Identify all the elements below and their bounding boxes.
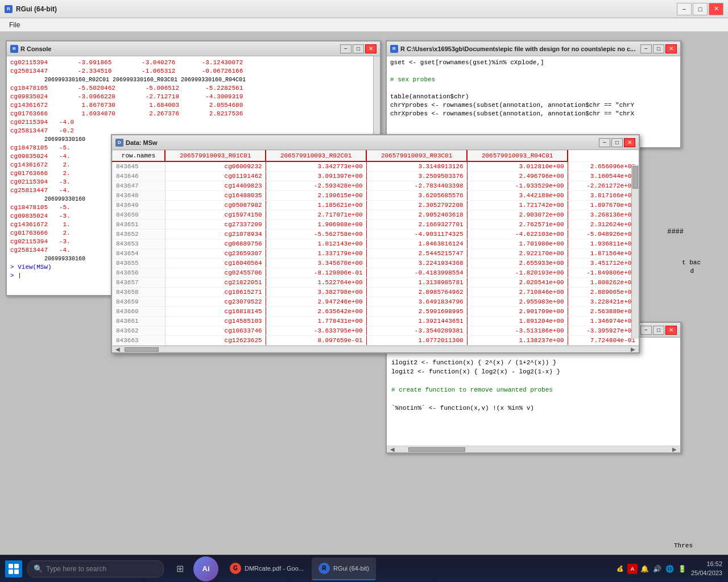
cell-c2: -3.3540289381 xyxy=(366,326,467,336)
table-row: 843651 cg27337209 1.906988e+00 2.1669327… xyxy=(113,220,639,230)
taskbar-search[interactable]: 🔍 Type here to search xyxy=(27,560,164,577)
script-top-minimize[interactable]: − xyxy=(640,44,652,53)
col-r04c01: 206579910093_R04C01 xyxy=(467,151,568,162)
cell-rownum: 843654 xyxy=(113,249,166,259)
titlebar-text: RGui (64-bit) xyxy=(16,5,57,13)
cell-c3: 1.721742e+00 xyxy=(467,201,568,210)
data-window-title-text: Data: MSw xyxy=(126,139,158,146)
taskbar-app-dmrcate[interactable]: G DMRcate.pdf - Goo... xyxy=(223,558,311,580)
console-close[interactable]: ✕ xyxy=(365,44,377,53)
tray-adobe[interactable]: A xyxy=(627,564,638,574)
hscroll-label: ◀ xyxy=(113,346,122,352)
start-button[interactable] xyxy=(0,555,27,583)
script-top-close[interactable]: ✕ xyxy=(665,44,677,53)
cell-rownum: 843655 xyxy=(113,259,166,268)
code-line: logit2 <- function(x) { log2(x) - log2(1… xyxy=(391,367,676,376)
script-top-title-text: R C:\Users\x16953gb\Documents\epic file … xyxy=(400,45,635,52)
cell-c1: -8.129806e-01 xyxy=(266,268,366,278)
tray-network[interactable]: 🌐 xyxy=(665,564,675,574)
cell-c3: 1.891204e+00 xyxy=(467,317,568,326)
data-window-titlebar: D Data: MSw − □ ✕ xyxy=(112,135,639,150)
ai-button[interactable]: Ai xyxy=(193,556,218,581)
cell-c2: 3.3148913126 xyxy=(366,161,467,172)
cell-name: cg16488035 xyxy=(165,191,266,201)
cell-c4: 1.936811e+00 xyxy=(568,239,639,249)
cell-rownum: 843648 xyxy=(113,191,166,201)
app-label-rgui: RGui (64-bit) xyxy=(333,565,369,572)
table-row: 843647 cg14409823 -2.593428e+00 -2.78344… xyxy=(113,181,639,191)
code-line: chrYprobes <- rownames(subset(annotation… xyxy=(390,101,677,110)
cell-c3: 2.955983e+00 xyxy=(467,297,568,307)
script-top-title: R R C:\Users\x16953gb\Documents\epic fil… xyxy=(390,45,635,53)
cell-name: cg10633746 xyxy=(165,326,266,336)
data-maximize[interactable]: □ xyxy=(611,138,623,147)
cell-c1: 2.947246e+00 xyxy=(266,297,366,307)
data-vscrollbar[interactable] xyxy=(631,165,639,339)
taskbar: 🔍 Type here to search ⊞ Ai G DMRcate.pdf… xyxy=(0,555,728,582)
minimize-button[interactable]: − xyxy=(677,3,692,15)
data-window-icon: D xyxy=(115,139,123,147)
table-row: 843660 cg16818145 2.635642e+00 2.5991698… xyxy=(113,307,639,317)
cell-c2: -2.7834403398 xyxy=(366,181,467,191)
data-vscrollbar-thumb[interactable] xyxy=(632,166,638,189)
cell-c2: 2.5445215747 xyxy=(366,249,467,259)
table-row: 843655 cg16040564 3.345670e+00 3.2241934… xyxy=(113,259,639,268)
cell-c3: -1.820193e+00 xyxy=(467,268,568,278)
table-row: 843662 cg10633746 -3.633795e+00 -3.35402… xyxy=(113,326,639,336)
cell-rownum: 843647 xyxy=(113,181,166,191)
cell-rownum: 843650 xyxy=(113,210,166,220)
data-hscrollbar[interactable]: ◀ ▶ xyxy=(112,346,639,352)
cell-c1: 1.906988e+00 xyxy=(266,220,366,230)
logo-sq2 xyxy=(14,564,19,568)
cell-c2: 2.8985764962 xyxy=(366,288,467,297)
cell-name: cg05087982 xyxy=(165,201,266,210)
cell-c4: 3.817166e+00 xyxy=(568,191,639,201)
logo-sq4 xyxy=(14,569,19,574)
cell-rownum: 843661 xyxy=(113,317,166,326)
start-btn-inner xyxy=(5,560,22,577)
taskbar-app-rgui[interactable]: R RGui (64-bit) xyxy=(312,558,376,580)
close-button[interactable]: ✕ xyxy=(709,3,723,15)
console-line: cg02115394 -3.091865 -3.040276 -3.124300… xyxy=(10,59,377,67)
cell-c1: 3.382798e+00 xyxy=(266,288,366,297)
cell-c1: 2.635642e+00 xyxy=(266,307,366,317)
tray-earnings[interactable]: 💰 xyxy=(615,564,625,574)
hscroll-thumb[interactable] xyxy=(125,347,159,352)
cell-rownum: 843663 xyxy=(113,336,166,346)
maximize-button[interactable]: □ xyxy=(693,3,708,15)
console-minimize[interactable]: − xyxy=(340,44,351,53)
cell-name: cg15974150 xyxy=(165,210,266,220)
console-line: 206999330160_R02C01 206999330160_R03C01 … xyxy=(10,76,377,84)
script-bottom-controls: − □ ✕ xyxy=(640,326,677,335)
console-maximize[interactable]: □ xyxy=(353,44,364,53)
cell-c3: 2.655933e+00 xyxy=(467,259,568,268)
col-r03c01: 206579910093_R03C01 xyxy=(366,151,467,162)
script-top-maximize[interactable]: □ xyxy=(653,44,664,53)
cell-c1: 3.091397e+00 xyxy=(266,172,366,181)
script-bottom-maximize[interactable]: □ xyxy=(653,326,664,335)
cell-c4: 3.228421e+00 xyxy=(568,297,639,307)
code-line xyxy=(391,394,676,404)
cell-c4: 1.346974e+00 xyxy=(568,317,639,326)
hscroll-thumb2[interactable] xyxy=(408,447,465,452)
task-view-button[interactable]: ⊞ xyxy=(168,558,191,580)
app-icon: R xyxy=(5,5,13,13)
tray-icons: 💰 A 🔔 🔊 🌐 🔋 xyxy=(615,564,688,574)
data-msw-window: D Data: MSw − □ ✕ row.names 206579910093… xyxy=(111,134,640,354)
script-bottom-minimize[interactable]: − xyxy=(640,326,652,335)
cell-name: cg12623625 xyxy=(165,336,266,346)
data-close[interactable]: ✕ xyxy=(624,138,635,147)
file-menu[interactable]: File xyxy=(5,20,24,30)
data-minimize[interactable]: − xyxy=(599,138,610,147)
tray-speaker[interactable]: 🔊 xyxy=(652,564,663,574)
script-bottom-close[interactable]: ✕ xyxy=(665,326,677,335)
cell-c2: 2.1669327701 xyxy=(366,220,467,230)
console-controls: − □ ✕ xyxy=(340,44,377,53)
cell-name: cg16040564 xyxy=(165,259,266,268)
code-line xyxy=(390,67,677,76)
logo-sq1 xyxy=(9,564,13,568)
script-bottom-hscrollbar[interactable]: ◀ ▶ xyxy=(387,446,680,452)
taskbar-tray: 💰 A 🔔 🔊 🌐 🔋 16:52 25/04/2023 xyxy=(609,560,728,577)
tray-battery[interactable]: 🔋 xyxy=(677,564,688,574)
tray-notification[interactable]: 🔔 xyxy=(640,564,650,574)
